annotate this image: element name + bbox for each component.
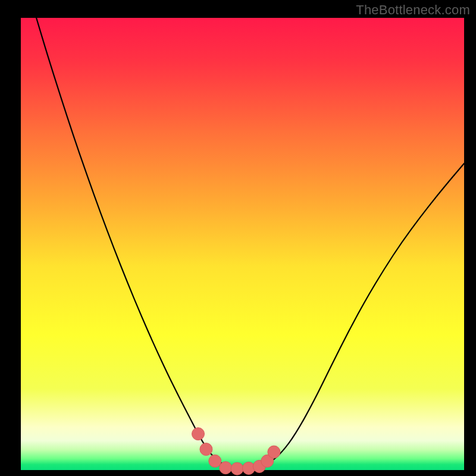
chart-frame: TheBottleneck.com (0, 0, 476, 476)
bottleneck-chart (0, 0, 476, 476)
highlight-dot (268, 446, 280, 458)
watermark-text: TheBottleneck.com (356, 2, 470, 18)
highlight-dot (192, 428, 205, 440)
highlight-dot (200, 443, 212, 456)
highlight-dot (220, 462, 232, 474)
highlight-dot (209, 455, 221, 467)
chart-gradient-bg (21, 18, 464, 470)
highlight-dot (231, 462, 243, 475)
